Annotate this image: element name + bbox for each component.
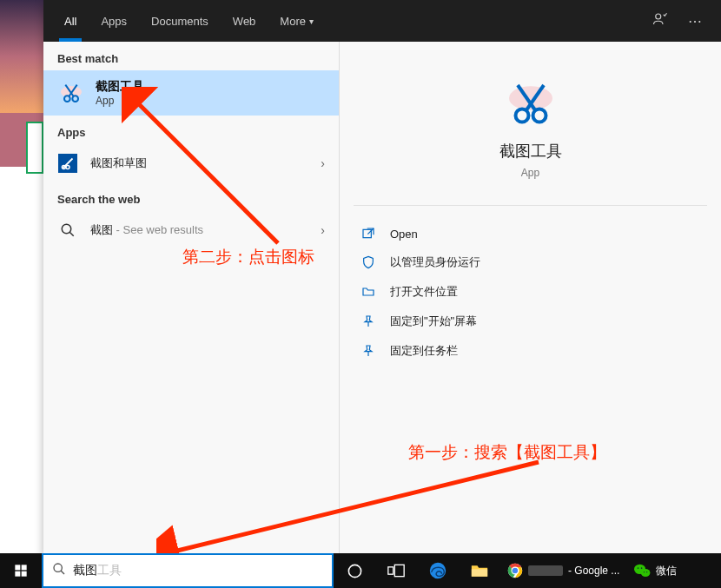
search-icon [52,562,66,579]
svg-point-9 [515,109,528,122]
preview-type: App [354,167,707,179]
taskbar-search[interactable]: 截图工具 [42,553,334,588]
search-panel: All Apps Documents Web More▾ ⋯ Best matc… [43,0,721,556]
svg-rect-15 [22,565,27,570]
svg-rect-11 [363,229,371,237]
svg-point-29 [638,567,639,569]
web-result-suffix: - See web results [113,223,203,236]
feedback-icon[interactable] [643,11,678,30]
chevron-right-icon: › [321,156,325,170]
search-tabs: All Apps Documents Web More▾ ⋯ [43,0,721,42]
svg-point-18 [54,564,62,571]
tab-web[interactable]: Web [221,0,268,42]
chrome-taskbar-item[interactable]: - Google ... [500,553,626,588]
svg-point-31 [644,571,645,572]
apps-header: Apps [43,116,339,144]
tab-documents-label: Documents [151,15,208,28]
svg-point-25 [513,568,518,573]
preview-actions: Open 以管理员身份运行 打开文件位置 固定到"开始"屏幕 固定到任务栏 [354,206,707,366]
action-open-label: Open [390,228,418,241]
shield-icon [359,255,378,269]
best-match-title: 截图工具 [96,79,144,95]
app-result-item[interactable]: 截图和草图 › [43,144,339,182]
chevron-down-icon: ▾ [309,17,314,26]
chrome-icon [507,563,523,578]
svg-point-30 [641,567,643,569]
best-match-item[interactable]: 截图工具 App [43,70,339,116]
preview-name: 截图工具 [354,141,707,162]
chevron-right-icon: › [321,223,325,237]
wechat-icon [633,563,651,578]
pin-icon [359,314,378,328]
more-options-icon[interactable]: ⋯ [678,13,712,30]
chrome-title: - Google ... [568,565,619,577]
svg-point-32 [646,571,647,572]
start-button[interactable] [0,553,42,588]
web-header: Search the web [43,182,339,211]
web-result-text: 截图 - See web results [90,222,321,238]
redacted-title [528,565,563,576]
action-open[interactable]: Open [354,220,707,248]
tab-all[interactable]: All [52,0,89,42]
snip-sketch-icon [57,153,78,174]
preview-header: 截图工具 App [354,59,707,206]
action-open-location[interactable]: 打开文件位置 [354,277,707,307]
best-match-sub: App [96,95,144,107]
svg-point-19 [348,565,360,577]
tab-apps[interactable]: Apps [89,0,139,42]
tab-more-label: More [280,15,306,28]
svg-point-7 [62,224,71,234]
action-pin-start[interactable]: 固定到"开始"屏幕 [354,307,707,336]
svg-rect-16 [15,571,20,577]
tab-more[interactable]: More▾ [268,0,326,42]
wechat-taskbar-item[interactable]: 微信 [626,553,684,588]
taskbar: 截图工具 - Google ... 微信 [0,553,721,588]
file-explorer-icon[interactable] [459,553,500,588]
pin-taskbar-icon [359,344,378,358]
results-list: Best match 截图工具 App Apps 截图和草图 › Search … [43,42,339,556]
svg-point-0 [656,14,661,19]
tab-web-label: Web [233,15,256,28]
action-pin-taskbar-label: 固定到任务栏 [390,343,458,359]
open-icon [359,227,378,241]
svg-point-28 [641,569,651,577]
svg-point-10 [532,109,546,122]
tab-all-label: All [64,15,76,28]
svg-rect-14 [15,565,20,570]
folder-icon [359,285,378,299]
svg-rect-21 [394,565,404,576]
action-open-location-label: 打开文件位置 [390,284,458,300]
app-result-title: 截图和草图 [90,155,321,171]
edge-icon[interactable] [417,553,459,588]
task-view-icon[interactable] [375,553,417,588]
web-result-prefix: 截图 [90,223,113,236]
search-icon [57,220,78,241]
best-match-header: Best match [43,42,339,70]
cortana-icon[interactable] [334,553,375,588]
web-result-item[interactable]: 截图 - See web results › [43,211,339,249]
search-ghost: 工具 [97,563,122,578]
preview-pane: 截图工具 App Open 以管理员身份运行 打开文件位置 固 [340,42,721,556]
snipping-tool-icon [505,76,557,129]
action-pin-start-label: 固定到"开始"屏幕 [390,314,477,329]
tab-apps-label: Apps [101,15,127,28]
desktop-background [0,0,43,556]
tab-documents[interactable]: Documents [139,0,221,42]
svg-rect-17 [22,571,27,577]
wechat-label: 微信 [656,564,677,578]
action-run-admin-label: 以管理员身份运行 [390,254,480,270]
action-pin-taskbar[interactable]: 固定到任务栏 [354,336,707,366]
search-typed: 截图 [73,563,97,578]
action-run-admin[interactable]: 以管理员身份运行 [354,248,707,277]
svg-rect-22 [472,569,487,576]
svg-rect-20 [388,567,394,574]
snipping-tool-icon [57,79,85,107]
